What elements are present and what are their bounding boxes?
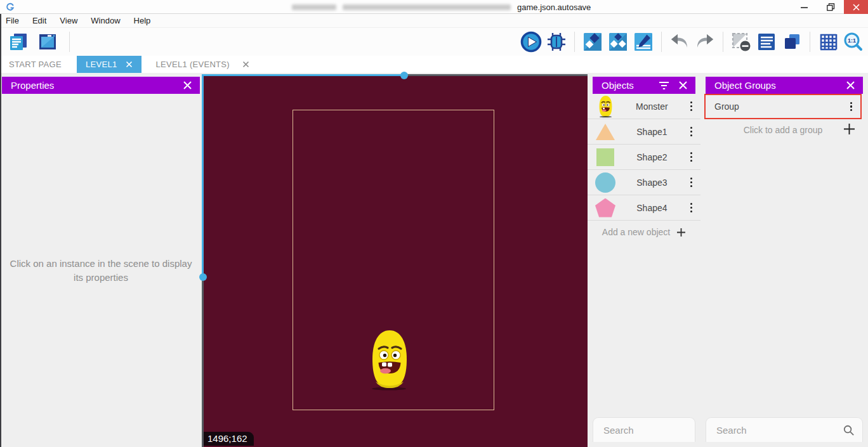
layers-icon[interactable] [781, 31, 803, 53]
groups-search-input[interactable] [716, 425, 843, 436]
objects-filter-icon[interactable] [659, 81, 669, 90]
group-label: Group [714, 101, 847, 112]
object-menu-button[interactable] [687, 175, 695, 190]
minimize-button[interactable] [791, 0, 817, 14]
menu-window[interactable]: Window [91, 16, 120, 25]
monster-icon [594, 95, 617, 118]
zoom-original-icon[interactable]: 1:1 [843, 31, 864, 53]
object-row-shape1[interactable]: Shape1 [588, 119, 700, 145]
svg-text:1:1: 1:1 [848, 37, 856, 44]
square-icon [594, 148, 617, 166]
object-label: Shape4 [617, 203, 687, 213]
debug-icon[interactable] [546, 31, 567, 53]
undo-icon[interactable] [669, 31, 690, 53]
edit-properties-icon[interactable] [633, 31, 654, 53]
window-edge [0, 14, 1, 447]
properties-panel-header: Properties [2, 77, 200, 94]
menu-bar: File Edit View Window Help [0, 14, 868, 28]
tab-bar: START PAGE LEVEL1 LEVEL1 (EVENTS) [0, 56, 868, 73]
deactivate-instances-icon[interactable] [730, 31, 752, 53]
menu-file[interactable]: File [6, 16, 19, 25]
monster-instance[interactable] [368, 328, 411, 391]
add-object-button[interactable]: Add a new object [588, 221, 700, 243]
properties-panel: Properties Click on an instance in the s… [1, 73, 201, 447]
objects-close-icon[interactable] [678, 81, 688, 90]
toolbar-separator [69, 32, 70, 52]
close-button[interactable] [844, 0, 868, 14]
window-title: game.json.autosave [292, 0, 591, 14]
search-icon [843, 424, 855, 436]
tab-level1-close-icon[interactable] [126, 61, 133, 68]
properties-panel-title: Properties [11, 80, 54, 91]
window-border-left [202, 74, 204, 277]
window-border-top-rest [404, 74, 588, 76]
object-menu-button[interactable] [687, 200, 695, 215]
object-row-shape2[interactable]: Shape2 [588, 145, 700, 170]
object-row-shape3[interactable]: Shape3 [588, 170, 700, 195]
object-groups-panel-header: Object Groups [706, 77, 863, 94]
toolbar-separator [574, 32, 575, 52]
start-page-icon[interactable] [37, 31, 58, 53]
project-manager-icon[interactable] [8, 31, 29, 53]
cursor-coordinates: 1496;162 [204, 432, 254, 446]
edit-object-groups-icon[interactable] [607, 31, 629, 53]
groups-search-bar [706, 417, 863, 442]
properties-close-icon[interactable] [183, 81, 192, 90]
redo-icon[interactable] [694, 31, 716, 53]
redacted-path-segment [343, 4, 511, 10]
restore-button[interactable] [817, 0, 844, 14]
window-title-text: game.json.autosave [517, 3, 591, 12]
tab-level1-events-close-icon[interactable] [242, 61, 249, 68]
toolbar: 1:1 [0, 28, 868, 56]
app-logo-icon [4, 2, 16, 12]
group-menu-button[interactable] [847, 100, 855, 114]
toolbar-separator [810, 32, 810, 52]
menu-edit[interactable]: Edit [32, 16, 46, 25]
add-group-button[interactable]: Click to add a group [704, 120, 862, 139]
objects-panel: Objects [588, 73, 700, 447]
object-groups-close-icon[interactable] [846, 81, 855, 90]
object-label: Shape3 [617, 178, 687, 188]
object-groups-panel: Object Groups Group Click to add a group [700, 73, 868, 447]
tab-level1-events[interactable]: LEVEL1 (EVENTS) [147, 56, 258, 73]
object-menu-button[interactable] [687, 150, 695, 164]
resize-handle-left[interactable] [199, 273, 207, 281]
object-label: Monster [617, 101, 687, 112]
object-menu-button[interactable] [687, 124, 695, 139]
objects-search-bar [593, 417, 695, 442]
object-menu-button[interactable] [687, 99, 695, 113]
menu-help[interactable]: Help [134, 16, 151, 25]
objects-panel-header: Objects [593, 77, 695, 94]
objects-panel-title: Objects [602, 80, 634, 91]
tab-level1[interactable]: LEVEL1 [77, 56, 142, 73]
object-label: Shape2 [617, 152, 687, 162]
object-row-monster[interactable]: Monster [588, 94, 700, 119]
grid-icon[interactable] [817, 31, 839, 53]
circle-icon [594, 172, 617, 193]
toolbar-separator [723, 32, 723, 52]
object-row-shape4[interactable]: Shape4 [588, 195, 700, 221]
toolbar-separator [661, 32, 662, 52]
scene-canvas[interactable]: 1496;162 [202, 74, 588, 447]
redacted-path-segment [292, 4, 336, 10]
objects-list: Monster Shape1 Shape2 Shape3 Shape4 [588, 94, 700, 243]
tab-start-page[interactable]: START PAGE [0, 56, 70, 73]
group-row[interactable]: Group [704, 94, 862, 119]
instances-list-icon[interactable] [756, 31, 777, 53]
triangle-icon [594, 124, 617, 140]
properties-empty-message: Click on an instance in the scene to dis… [8, 257, 194, 285]
window-border-top [202, 74, 404, 76]
main-area: Properties Click on an instance in the s… [0, 73, 868, 447]
object-groups-panel-title: Object Groups [714, 80, 776, 91]
resize-handle-top[interactable] [400, 72, 408, 79]
edit-objects-icon[interactable] [582, 31, 603, 53]
object-label: Shape1 [617, 127, 687, 137]
window-border-left-rest [202, 277, 204, 447]
play-icon[interactable] [520, 31, 542, 53]
menu-view[interactable]: View [60, 16, 77, 25]
plus-icon [843, 123, 855, 135]
pentagon-icon [594, 198, 617, 217]
plus-icon [676, 228, 686, 237]
title-bar: game.json.autosave [0, 0, 868, 14]
